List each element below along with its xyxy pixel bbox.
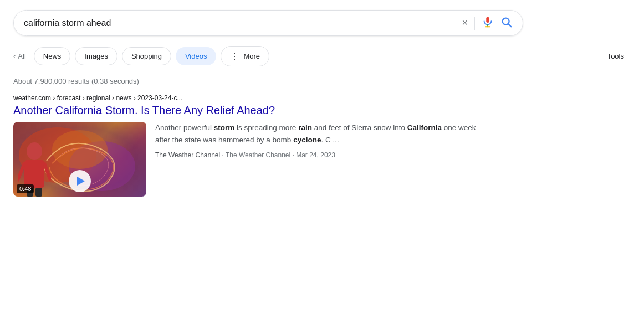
search-bar: × xyxy=(13,10,523,36)
result-title[interactable]: Another California Storm. Is There Any R… xyxy=(13,103,485,117)
source-name: The Weather Channel xyxy=(155,151,220,159)
svg-line-2 xyxy=(508,24,511,27)
back-chevron-icon: ‹ xyxy=(13,52,16,60)
tab-videos-label: Videos xyxy=(185,52,207,60)
play-button[interactable] xyxy=(69,170,91,192)
snippet-bold-california: California xyxy=(407,123,442,132)
tab-shopping-label: Shopping xyxy=(131,52,162,60)
tab-images[interactable]: Images xyxy=(75,47,117,65)
result-body: 0:48 Another powerful storm is spreading… xyxy=(13,122,485,197)
tools-button[interactable]: Tools xyxy=(601,48,631,65)
tab-videos[interactable]: Videos xyxy=(176,47,217,65)
svg-rect-7 xyxy=(24,160,44,188)
clear-icon[interactable]: × xyxy=(462,17,468,29)
snippet-text-1: Another powerful xyxy=(155,123,214,132)
publisher-name: The Weather Channel xyxy=(226,151,290,159)
result-date: Mar 24, 2023 xyxy=(296,151,335,159)
duration-badge: 0:48 xyxy=(17,184,34,193)
tab-more-label: More xyxy=(243,52,260,60)
svg-point-6 xyxy=(27,142,42,160)
result-block: weather.com › forecast › regional › news… xyxy=(0,90,499,201)
result-url: weather.com › forecast › regional › news… xyxy=(13,94,485,102)
svg-rect-0 xyxy=(486,17,489,23)
snippet-text-5: . C ... xyxy=(321,136,339,144)
svg-line-9 xyxy=(44,163,50,179)
snippet-text-2: is spreading more xyxy=(234,123,298,132)
svg-line-8 xyxy=(18,163,24,180)
snippet-meta: The Weather Channel · The Weather Channe… xyxy=(155,150,485,161)
tab-news-label: News xyxy=(43,52,62,60)
snippet-bold-storm: storm xyxy=(214,123,235,132)
search-input[interactable] xyxy=(24,18,462,28)
tab-all-label: All xyxy=(18,52,25,60)
tab-news[interactable]: News xyxy=(34,47,71,65)
tab-more[interactable]: ⋮ More xyxy=(221,46,269,66)
snippet-bold-rain: rain xyxy=(298,123,312,132)
tab-all[interactable]: ‹ All xyxy=(13,48,30,65)
tabs-bar: ‹ All News Images Shopping Videos ⋮ More… xyxy=(0,43,644,70)
svg-rect-11 xyxy=(35,188,42,197)
snippet-text-3: and feet of Sierra snow into xyxy=(312,123,407,132)
more-dots-icon: ⋮ xyxy=(230,51,239,61)
svg-point-5 xyxy=(52,130,108,169)
divider xyxy=(474,17,475,30)
microphone-icon[interactable] xyxy=(482,16,494,30)
result-snippet: Another powerful storm is spreading more… xyxy=(155,122,485,161)
search-bar-wrapper: × xyxy=(0,0,644,43)
search-submit-icon[interactable] xyxy=(500,16,513,30)
search-icons: × xyxy=(462,16,513,30)
tab-images-label: Images xyxy=(84,52,108,60)
snippet-bold-cyclone: cyclone xyxy=(293,136,321,144)
tab-shopping[interactable]: Shopping xyxy=(122,47,171,65)
results-count: About 7,980,000 results (0.38 seconds) xyxy=(0,70,644,90)
result-thumbnail[interactable]: 0:48 xyxy=(13,122,146,197)
